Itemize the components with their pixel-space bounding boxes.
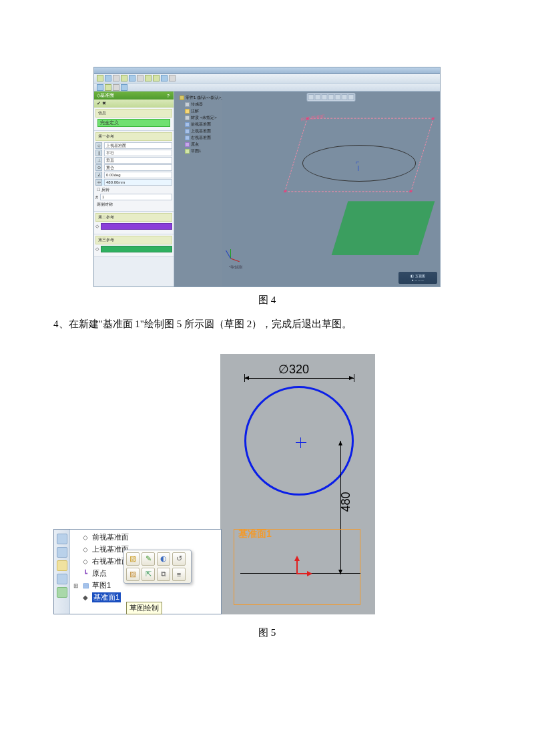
pm-first-ref-label: 第一参考 bbox=[95, 132, 172, 141]
hide-icon[interactable]: ◐ bbox=[157, 552, 170, 566]
solidworks-screenshot-fig4: ◇ 基准面 ? ✔ ✖ 信息 完全定义 第一参考 ◇ 上视基准面 bbox=[93, 67, 441, 287]
display-manager-tab[interactable] bbox=[57, 587, 67, 598]
tree-front-plane[interactable]: 前视基准面 bbox=[176, 121, 221, 128]
tree-sketch1[interactable]: 草图1 bbox=[176, 148, 221, 154]
vertical-dimension-value: 480 bbox=[339, 492, 353, 512]
tree-right-plane[interactable]: 右视基准面 bbox=[176, 134, 221, 141]
figure5-composite: ∅320 480 基准面1 bbox=[53, 354, 481, 621]
coincident-option[interactable]: 重合 bbox=[104, 164, 172, 171]
count-icon: # bbox=[95, 195, 98, 200]
view-triad bbox=[230, 242, 246, 258]
view-mode-badge[interactable]: ◧ 五视图 ▸ ─ ─ ─ bbox=[398, 272, 437, 284]
coincident-icon[interactable]: ⊙ bbox=[95, 164, 102, 171]
tree-front-plane[interactable]: ◇前视基准面 bbox=[73, 532, 220, 544]
third-ref-swatch[interactable] bbox=[101, 246, 172, 252]
second-ref-swatch[interactable] bbox=[101, 223, 172, 230]
pm-third-ref-label: 第三参考 bbox=[95, 236, 172, 244]
tree-annotations[interactable]: 注解 bbox=[176, 108, 221, 114]
property-manager-panel: ◇ 基准面 ? ✔ ✖ 信息 完全定义 第一参考 ◇ 上视基准面 bbox=[94, 91, 174, 287]
offset-icon[interactable]: ⇔ bbox=[95, 179, 102, 186]
tree-sensors[interactable]: 传感器 bbox=[176, 101, 221, 108]
pm-second-ref-label: 第二参考 bbox=[95, 213, 172, 222]
hud-icon[interactable] bbox=[335, 94, 341, 100]
toolbar-icon[interactable] bbox=[97, 75, 103, 81]
hud-icon[interactable] bbox=[328, 94, 334, 100]
fig5-sketch-view: ∅320 480 基准面1 bbox=[220, 354, 375, 614]
toolbar-icon[interactable] bbox=[113, 75, 119, 81]
toolbar-icon[interactable] bbox=[97, 84, 103, 91]
angle-icon[interactable]: ∠ bbox=[95, 172, 102, 178]
section-icon[interactable]: ⧉ bbox=[157, 568, 170, 581]
hud-icon[interactable] bbox=[342, 94, 348, 100]
graphics-area[interactable]: 前视基准面 ⌐ *等轴测 ◧ 五视图 ▸ ─ ─ ─ bbox=[222, 91, 440, 287]
window-titlebar bbox=[94, 67, 440, 74]
toolbar-icon[interactable] bbox=[105, 84, 111, 91]
property-manager-tab[interactable] bbox=[57, 547, 67, 558]
view-name: *等轴测 bbox=[229, 264, 242, 270]
toolbar-icon[interactable] bbox=[113, 84, 119, 91]
figure4-caption: 图 4 bbox=[53, 294, 481, 307]
hud-icon[interactable] bbox=[315, 94, 321, 100]
pm-title: 基准面 bbox=[100, 92, 166, 99]
config-manager-tab[interactable] bbox=[57, 560, 67, 571]
offset-plane-preview bbox=[332, 201, 435, 255]
toolbar-icon[interactable] bbox=[129, 75, 136, 81]
help-icon[interactable]: ? bbox=[166, 93, 171, 98]
dimension-line bbox=[244, 378, 354, 379]
manager-tabstrip bbox=[54, 530, 70, 614]
main-toolbar bbox=[94, 74, 440, 83]
count-field[interactable]: 1 bbox=[100, 194, 172, 200]
sketch-origin-marker bbox=[296, 558, 298, 574]
perp-option[interactable]: 垂直 bbox=[104, 157, 172, 164]
normal-icon[interactable]: ⇱ bbox=[142, 568, 155, 581]
toolbar-icon[interactable] bbox=[145, 75, 152, 81]
edit-icon[interactable]: ▨ bbox=[126, 568, 140, 581]
toolbar-icon[interactable] bbox=[169, 75, 176, 81]
toolbar-icon[interactable] bbox=[161, 75, 168, 81]
toolbar-icon[interactable] bbox=[121, 75, 127, 81]
toolbar-icon[interactable] bbox=[137, 75, 144, 81]
cancel-icon[interactable]: ✖ bbox=[102, 101, 106, 106]
hud-icon[interactable] bbox=[308, 94, 314, 100]
props-icon[interactable]: ≡ bbox=[172, 568, 186, 581]
plane-label: 前视基准面 bbox=[300, 114, 325, 123]
circle-center-mark bbox=[298, 439, 304, 446]
sketch-icon[interactable]: ✎ bbox=[142, 552, 155, 566]
tree-origin[interactable]: 原点 bbox=[176, 141, 221, 148]
origin-marker: ⌐ bbox=[356, 158, 360, 171]
ref-select-icon[interactable]: ◇ bbox=[95, 224, 99, 229]
diameter-dimension: ∅320 bbox=[220, 362, 367, 377]
ref-select-icon[interactable]: ◇ bbox=[95, 142, 102, 149]
hud-icon[interactable] bbox=[322, 94, 328, 100]
tree-root[interactable]: 零件1 (默认<<默认>_显 bbox=[176, 94, 221, 101]
ref-select-icon[interactable]: ◇ bbox=[95, 246, 99, 252]
offset-distance-field[interactable]: 480.00mm bbox=[104, 179, 172, 186]
ok-icon[interactable]: ✔ bbox=[97, 101, 101, 106]
parallel-icon[interactable]: ∥ bbox=[95, 150, 102, 156]
datum-plane-label: 基准面1 bbox=[238, 528, 272, 540]
extension-line bbox=[354, 374, 354, 382]
tree-material[interactable]: 材质 <未指定> bbox=[176, 114, 221, 121]
hud-icon[interactable] bbox=[348, 94, 354, 100]
fig5-feature-tree-panel: ◇前视基准面 ◇上视基准面 ◇右视基准面 ┗原点 ⊞▤草图1 ◆基准面1 ▧ ✎… bbox=[53, 529, 222, 614]
toolbar-icon[interactable] bbox=[121, 84, 127, 91]
toolbar-icon[interactable] bbox=[153, 75, 160, 81]
toolbar-icon[interactable] bbox=[105, 75, 111, 81]
dim-manager-tab[interactable] bbox=[57, 574, 67, 584]
feature-icon[interactable]: ▧ bbox=[126, 552, 140, 566]
zoom-icon[interactable]: ↺ bbox=[172, 552, 186, 566]
perpendicular-icon[interactable]: ⊥ bbox=[95, 157, 102, 164]
midplane-option[interactable]: 两侧对称 bbox=[97, 202, 172, 208]
context-toolbar: ▧ ✎ ◐ ↺ ▨ ⇱ ⧉ ≡ bbox=[123, 550, 192, 584]
hud-toolbar bbox=[307, 93, 356, 102]
pm-fully-defined: 完全定义 bbox=[97, 119, 170, 127]
pm-confirm-row: ✔ ✖ bbox=[94, 100, 174, 108]
first-reference-field[interactable]: 上视基准面 bbox=[104, 142, 172, 149]
feature-manager-tab[interactable] bbox=[57, 534, 67, 544]
tree-top-plane[interactable]: 上视基准面 bbox=[176, 128, 221, 134]
sketch-tooltip: 草图绘制 bbox=[126, 602, 162, 614]
parallel-option[interactable]: 平行 bbox=[104, 150, 172, 156]
secondary-toolbar bbox=[94, 83, 440, 91]
angle-field[interactable]: 0.00deg bbox=[104, 172, 172, 178]
flip-checkbox[interactable]: ☐ 反转 bbox=[97, 187, 172, 193]
